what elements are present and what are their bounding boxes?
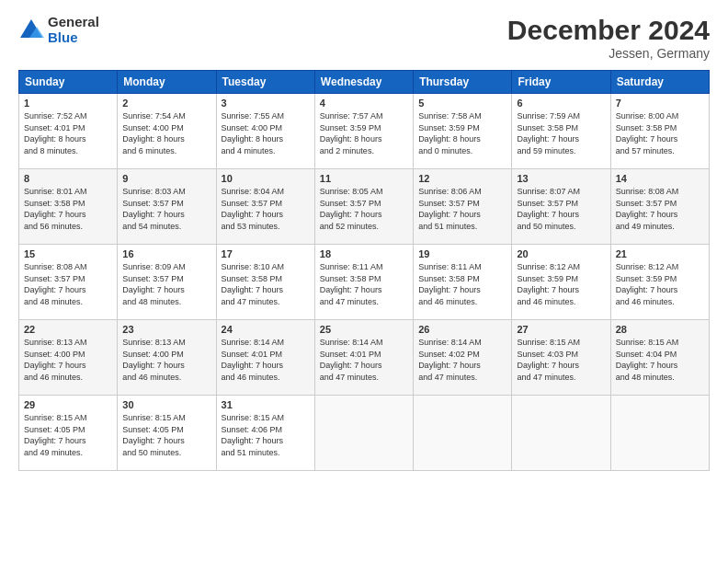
day-cell-22: 22Sunrise: 8:13 AMSunset: 4:00 PMDayligh… [19, 320, 118, 396]
week-row-4: 22Sunrise: 8:13 AMSunset: 4:00 PMDayligh… [19, 320, 710, 396]
day-cell-25: 25Sunrise: 8:14 AMSunset: 4:01 PMDayligh… [314, 320, 413, 396]
day-cell-17: 17Sunrise: 8:10 AMSunset: 3:58 PMDayligh… [216, 245, 314, 320]
cell-info: Sunrise: 8:15 AMSunset: 4:04 PMDaylight:… [616, 337, 704, 383]
col-friday: Friday [512, 71, 610, 94]
cell-info: Sunrise: 8:05 AMSunset: 3:57 PMDaylight:… [320, 186, 408, 232]
empty-cell-4-6 [610, 396, 709, 471]
cell-info: Sunrise: 7:55 AMSunset: 4:00 PMDaylight:… [222, 110, 310, 156]
col-wednesday: Wednesday [314, 71, 413, 94]
day-cell-24: 24Sunrise: 8:14 AMSunset: 4:01 PMDayligh… [216, 320, 314, 396]
day-cell-15: 15Sunrise: 8:08 AMSunset: 3:57 PMDayligh… [19, 245, 118, 320]
day-number: 13 [517, 173, 605, 184]
day-number: 2 [122, 98, 210, 109]
day-number: 12 [418, 173, 506, 184]
day-number: 22 [24, 324, 112, 335]
day-number: 18 [320, 248, 408, 259]
day-number: 10 [222, 173, 310, 184]
cell-info: Sunrise: 7:54 AMSunset: 4:00 PMDaylight:… [122, 110, 210, 156]
day-number: 8 [24, 173, 112, 184]
logo-general: General [48, 15, 99, 30]
cell-info: Sunrise: 8:15 AMSunset: 4:05 PMDaylight:… [24, 412, 112, 458]
day-cell-3: 3Sunrise: 7:55 AMSunset: 4:00 PMDaylight… [216, 94, 314, 169]
page: General Blue December 2024 Jessen, Germa… [0, 0, 728, 563]
logo-text: General Blue [48, 15, 99, 45]
day-cell-1: 1Sunrise: 7:52 AMSunset: 4:01 PMDaylight… [19, 94, 118, 169]
day-number: 11 [320, 173, 408, 184]
day-number: 25 [320, 324, 408, 335]
logo: General Blue [18, 15, 99, 45]
day-number: 5 [418, 98, 506, 109]
col-thursday: Thursday [414, 71, 512, 94]
empty-cell-4-5 [512, 396, 610, 471]
day-cell-9: 9Sunrise: 8:03 AMSunset: 3:57 PMDaylight… [118, 169, 216, 245]
cell-info: Sunrise: 8:12 AMSunset: 3:59 PMDaylight:… [616, 261, 704, 307]
logo-icon [18, 17, 44, 43]
day-number: 23 [122, 324, 210, 335]
cell-info: Sunrise: 8:03 AMSunset: 3:57 PMDaylight:… [122, 186, 210, 232]
cell-info: Sunrise: 8:04 AMSunset: 3:57 PMDaylight:… [222, 186, 310, 232]
day-number: 21 [616, 248, 704, 259]
title-block: December 2024 Jessen, Germany [507, 15, 710, 61]
cell-info: Sunrise: 8:09 AMSunset: 3:57 PMDaylight:… [122, 261, 210, 307]
day-cell-26: 26Sunrise: 8:14 AMSunset: 4:02 PMDayligh… [414, 320, 512, 396]
cell-info: Sunrise: 8:14 AMSunset: 4:01 PMDaylight:… [320, 337, 408, 383]
day-number: 9 [122, 173, 210, 184]
cell-info: Sunrise: 8:12 AMSunset: 3:59 PMDaylight:… [517, 261, 605, 307]
day-cell-27: 27Sunrise: 8:15 AMSunset: 4:03 PMDayligh… [512, 320, 610, 396]
week-row-2: 8Sunrise: 8:01 AMSunset: 3:58 PMDaylight… [19, 169, 710, 245]
month-title: December 2024 [507, 15, 710, 46]
day-cell-28: 28Sunrise: 8:15 AMSunset: 4:04 PMDayligh… [610, 320, 709, 396]
cell-info: Sunrise: 8:11 AMSunset: 3:58 PMDaylight:… [320, 261, 408, 307]
col-saturday: Saturday [610, 71, 709, 94]
day-number: 14 [616, 173, 704, 184]
cell-info: Sunrise: 8:08 AMSunset: 3:57 PMDaylight:… [24, 261, 112, 307]
cell-info: Sunrise: 8:06 AMSunset: 3:57 PMDaylight:… [418, 186, 506, 232]
day-cell-20: 20Sunrise: 8:12 AMSunset: 3:59 PMDayligh… [512, 245, 610, 320]
day-number: 6 [517, 98, 605, 109]
day-cell-21: 21Sunrise: 8:12 AMSunset: 3:59 PMDayligh… [610, 245, 709, 320]
day-number: 20 [517, 248, 605, 259]
empty-cell-4-4 [414, 396, 512, 471]
col-tuesday: Tuesday [216, 71, 314, 94]
cell-info: Sunrise: 7:52 AMSunset: 4:01 PMDaylight:… [24, 110, 112, 156]
cell-info: Sunrise: 7:59 AMSunset: 3:58 PMDaylight:… [517, 110, 605, 156]
cell-info: Sunrise: 8:15 AMSunset: 4:06 PMDaylight:… [222, 412, 310, 458]
cell-info: Sunrise: 8:00 AMSunset: 3:58 PMDaylight:… [616, 110, 704, 156]
week-row-5: 29Sunrise: 8:15 AMSunset: 4:05 PMDayligh… [19, 396, 710, 471]
day-number: 29 [24, 399, 112, 410]
day-cell-5: 5Sunrise: 7:58 AMSunset: 3:59 PMDaylight… [414, 94, 512, 169]
cell-info: Sunrise: 8:11 AMSunset: 3:58 PMDaylight:… [418, 261, 506, 307]
cell-info: Sunrise: 8:15 AMSunset: 4:03 PMDaylight:… [517, 337, 605, 383]
day-cell-23: 23Sunrise: 8:13 AMSunset: 4:00 PMDayligh… [118, 320, 216, 396]
day-cell-16: 16Sunrise: 8:09 AMSunset: 3:57 PMDayligh… [118, 245, 216, 320]
cell-info: Sunrise: 8:07 AMSunset: 3:57 PMDaylight:… [517, 186, 605, 232]
day-cell-18: 18Sunrise: 8:11 AMSunset: 3:58 PMDayligh… [314, 245, 413, 320]
empty-cell-4-3 [314, 396, 413, 471]
day-number: 24 [222, 324, 310, 335]
day-number: 28 [616, 324, 704, 335]
day-number: 27 [517, 324, 605, 335]
day-number: 31 [222, 399, 310, 410]
day-number: 3 [222, 98, 310, 109]
day-number: 16 [122, 248, 210, 259]
calendar-table: Sunday Monday Tuesday Wednesday Thursday… [18, 70, 710, 471]
cell-info: Sunrise: 7:57 AMSunset: 3:59 PMDaylight:… [320, 110, 408, 156]
day-cell-19: 19Sunrise: 8:11 AMSunset: 3:58 PMDayligh… [414, 245, 512, 320]
day-number: 1 [24, 98, 112, 109]
calendar-header-row: Sunday Monday Tuesday Wednesday Thursday… [19, 71, 710, 94]
cell-info: Sunrise: 8:13 AMSunset: 4:00 PMDaylight:… [122, 337, 210, 383]
cell-info: Sunrise: 8:14 AMSunset: 4:01 PMDaylight:… [222, 337, 310, 383]
day-cell-12: 12Sunrise: 8:06 AMSunset: 3:57 PMDayligh… [414, 169, 512, 245]
col-monday: Monday [118, 71, 216, 94]
logo-blue: Blue [48, 30, 99, 46]
day-cell-14: 14Sunrise: 8:08 AMSunset: 3:57 PMDayligh… [610, 169, 709, 245]
cell-info: Sunrise: 8:15 AMSunset: 4:05 PMDaylight:… [122, 412, 210, 458]
day-cell-10: 10Sunrise: 8:04 AMSunset: 3:57 PMDayligh… [216, 169, 314, 245]
day-cell-11: 11Sunrise: 8:05 AMSunset: 3:57 PMDayligh… [314, 169, 413, 245]
day-number: 15 [24, 248, 112, 259]
col-sunday: Sunday [19, 71, 118, 94]
header: General Blue December 2024 Jessen, Germa… [18, 15, 710, 61]
day-cell-30: 30Sunrise: 8:15 AMSunset: 4:05 PMDayligh… [118, 396, 216, 471]
cell-info: Sunrise: 8:13 AMSunset: 4:00 PMDaylight:… [24, 337, 112, 383]
day-cell-29: 29Sunrise: 8:15 AMSunset: 4:05 PMDayligh… [19, 396, 118, 471]
